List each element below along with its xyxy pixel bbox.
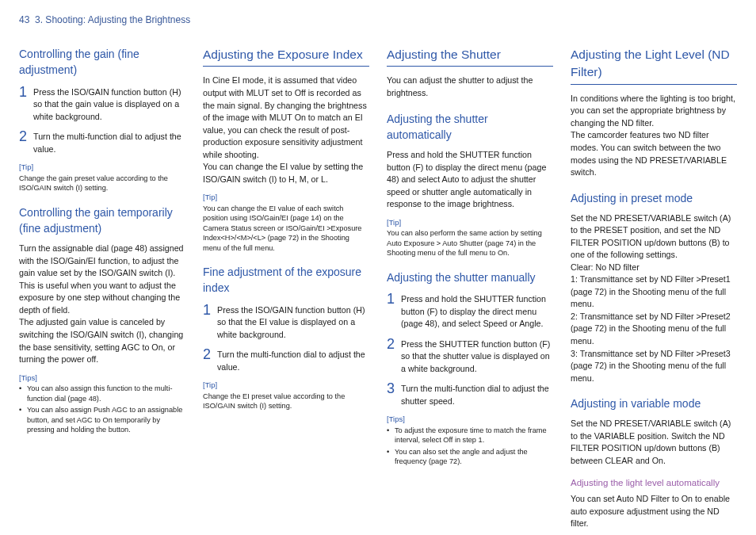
body-text: You can set Auto ND Filter to On to enab… — [571, 493, 737, 530]
manual-page: 43 3. Shooting: Adjusting the Brightness… — [0, 0, 756, 535]
heading-shutter-manual: Adjusting the shutter manually — [387, 269, 553, 285]
step-number: 3 — [387, 381, 401, 396]
heading-nd-filter: Adjusting the Light Level (ND Filter) — [571, 46, 737, 85]
tip-text: You can change the EI value of each swit… — [203, 204, 369, 253]
heading-exposure-index: Adjusting the Exposure Index — [203, 46, 369, 67]
step-text: Turn the multi-function dial to adjust t… — [33, 129, 185, 155]
tip-text: Change the EI preset value according to … — [203, 392, 369, 411]
step-text: Press the SHUTTER function button (F) so… — [401, 337, 553, 376]
step-text: Press the ISO/GAIN function button (H) s… — [33, 85, 185, 124]
steps-shutter-manual: 1Press and hold the SHUTTER function but… — [387, 292, 553, 407]
body-text: You can adjust the shutter to adjust the… — [387, 75, 553, 99]
heading-ei-fine: Fine adjustment of the exposure index — [203, 264, 369, 296]
body-text: In conditions where the lighting is too … — [571, 93, 737, 179]
tip-text: Change the gain preset value according t… — [19, 174, 185, 193]
tips-label: [Tips] — [387, 414, 553, 425]
heading-gain-temp: Controlling the gain temporarily (fine a… — [19, 204, 185, 237]
tip-item: You can also assign Push AGC to an assig… — [19, 405, 185, 434]
tip-label: [Tip] — [387, 217, 553, 228]
body-text: In Cine EI mode, it is assumed that vide… — [203, 75, 369, 185]
body-text: Set the ND PRESET/VARIABLE switch (A) to… — [571, 418, 737, 467]
step-text: Turn the multi-function dial to adjust t… — [401, 381, 553, 407]
tip-label: [Tip] — [203, 192, 369, 203]
tip-label: [Tip] — [203, 380, 369, 391]
heading-shutter-auto: Adjusting the shutter automatically — [387, 111, 553, 143]
step-number: 1 — [387, 292, 401, 306]
body-text: Set the ND PRESET/VARIABLE switch (A) to… — [571, 212, 737, 384]
body-text: Press and hold the SHUTTER function butt… — [387, 149, 553, 211]
heading-gain-fine: Controlling the gain (fine adjustment) — [19, 46, 185, 78]
step-number: 2 — [19, 129, 33, 143]
step-text: Press the ISO/GAIN function button (H) s… — [217, 303, 369, 342]
step-text: Press and hold the SHUTTER function butt… — [401, 292, 553, 331]
tip-item: You can also set the angle and adjust th… — [387, 447, 553, 467]
steps-gain-fine: 1Press the ISO/GAIN function button (H) … — [19, 85, 185, 156]
tips-label: [Tips] — [19, 373, 185, 384]
page-header: 43 3. Shooting: Adjusting the Brightness — [19, 14, 737, 25]
body-text: Turn the assignable dial (page 48) assig… — [19, 243, 185, 365]
tips-list: You can also assign this function to the… — [19, 384, 185, 434]
column-3: Adjusting the Shutter You can adjust the… — [387, 46, 553, 535]
step-number: 1 — [203, 303, 217, 317]
steps-ei-fine: 1Press the ISO/GAIN function button (H) … — [203, 303, 369, 374]
breadcrumb: 3. Shooting: Adjusting the Brightness — [35, 14, 190, 25]
tip-label: [Tip] — [19, 162, 185, 173]
step-number: 1 — [19, 85, 33, 99]
heading-nd-auto: Adjusting the light level automatically — [571, 476, 737, 490]
step-text: Turn the multi-function dial to adjust t… — [217, 347, 369, 373]
columns: Controlling the gain (fine adjustment) 1… — [19, 46, 737, 535]
heading-shutter: Adjusting the Shutter — [387, 46, 553, 67]
column-4: Adjusting the Light Level (ND Filter) In… — [571, 46, 737, 535]
tip-item: You can also assign this function to the… — [19, 384, 185, 403]
tip-item: To adjust the exposure time to match the… — [387, 426, 553, 445]
tips-list: To adjust the exposure time to match the… — [387, 426, 553, 467]
heading-nd-preset: Adjusting in preset mode — [571, 190, 737, 206]
heading-nd-variable: Adjusting in variable mode — [571, 396, 737, 411]
column-1: Controlling the gain (fine adjustment) 1… — [19, 46, 185, 535]
step-number: 2 — [387, 337, 401, 351]
page-number: 43 — [19, 14, 29, 25]
column-2: Adjusting the Exposure Index In Cine EI … — [203, 46, 369, 535]
tip-text: You can also perform the same action by … — [387, 228, 553, 258]
step-number: 2 — [203, 347, 217, 361]
